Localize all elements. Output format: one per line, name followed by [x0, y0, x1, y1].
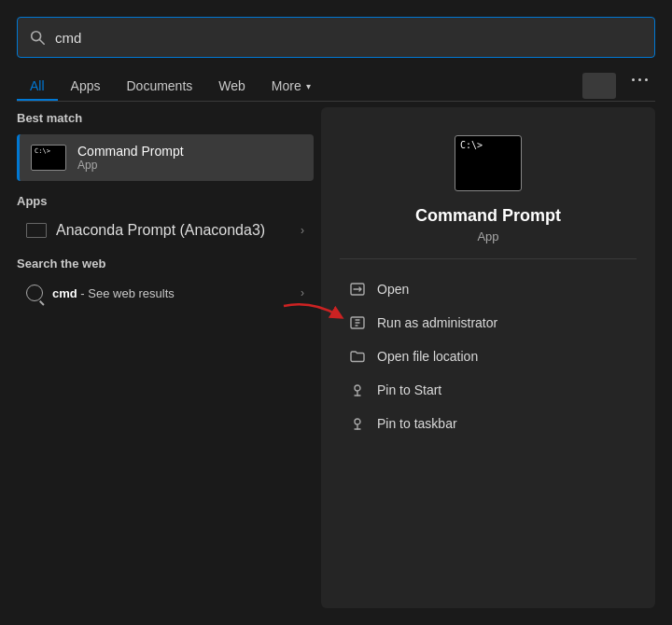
- action-list: Open Run as administrator: [340, 272, 637, 440]
- search-bar[interactable]: [17, 17, 655, 58]
- nav-tabs: All Apps Documents Web More ▾: [17, 73, 324, 99]
- more-options-button[interactable]: [624, 73, 655, 87]
- best-match-item[interactable]: Command Prompt App: [17, 134, 314, 181]
- right-panel-divider: [340, 258, 637, 259]
- tab-apps[interactable]: Apps: [58, 73, 114, 99]
- best-match-app-type: App: [77, 159, 184, 172]
- tab-web[interactable]: Web: [205, 73, 259, 99]
- right-panel-title: Command Prompt: [415, 206, 561, 226]
- action-pin-start[interactable]: Pin to Start: [340, 373, 637, 407]
- folder-icon: [349, 348, 366, 365]
- web-section-label: Search the web: [17, 257, 314, 271]
- admin-icon: [349, 314, 366, 331]
- best-match-label: Best match: [17, 107, 314, 129]
- thumbnail-placeholder: [582, 73, 616, 99]
- web-search-text: cmd - See web results: [52, 286, 175, 300]
- search-icon: [29, 29, 46, 46]
- dot: [645, 78, 648, 81]
- tab-more[interactable]: More ▾: [259, 73, 324, 99]
- pin-start-icon: [349, 382, 366, 398]
- svg-point-5: [355, 385, 360, 391]
- cmd-small-icon: [31, 145, 66, 171]
- web-search-icon: [26, 285, 43, 301]
- pin-taskbar-icon: [349, 415, 366, 432]
- tab-all[interactable]: All: [17, 73, 58, 99]
- dot: [638, 78, 641, 81]
- svg-point-6: [355, 419, 360, 424]
- chevron-down-icon: ▾: [306, 81, 311, 91]
- cmd-large-icon: C:\>: [455, 135, 522, 191]
- action-open-location[interactable]: Open file location: [340, 340, 637, 373]
- web-search-item[interactable]: cmd - See web results ›: [17, 276, 314, 310]
- anaconda-icon: [26, 223, 47, 238]
- svg-point-0: [32, 32, 41, 41]
- best-match-text: Command Prompt App: [77, 144, 184, 172]
- open-location-label: Open file location: [377, 349, 478, 364]
- nav-divider: [17, 101, 655, 102]
- action-open[interactable]: Open: [340, 272, 637, 306]
- action-pin-taskbar[interactable]: Pin to taskbar: [340, 407, 637, 440]
- open-icon: [349, 281, 366, 298]
- svg-line-1: [40, 40, 45, 45]
- open-label: Open: [377, 282, 409, 297]
- apps-section-label: Apps: [17, 194, 314, 208]
- action-run-admin[interactable]: Run as administrator: [340, 306, 637, 340]
- search-input[interactable]: [55, 30, 643, 46]
- run-admin-label: Run as administrator: [377, 315, 497, 330]
- tab-documents[interactable]: Documents: [113, 73, 205, 99]
- chevron-right-web-icon: ›: [301, 286, 304, 299]
- pin-start-label: Pin to Start: [377, 382, 441, 397]
- anaconda-label: Anaconda Prompt (Anaconda3): [56, 222, 265, 239]
- right-panel-subtitle: App: [477, 229, 498, 243]
- pin-taskbar-label: Pin to taskbar: [377, 416, 457, 431]
- right-panel: C:\> Command Prompt App Open Run as admi: [321, 107, 655, 608]
- anaconda-item[interactable]: Anaconda Prompt (Anaconda3) ›: [17, 214, 314, 247]
- dot: [632, 78, 635, 81]
- best-match-app-name: Command Prompt: [77, 144, 184, 159]
- left-panel: Best match Command Prompt App Apps Anaco…: [17, 107, 314, 608]
- chevron-right-icon: ›: [301, 224, 304, 237]
